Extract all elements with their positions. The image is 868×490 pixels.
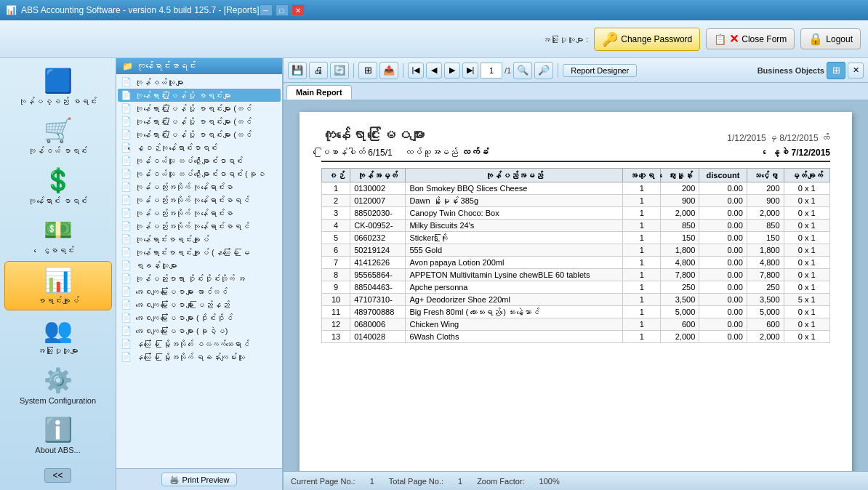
- tree-item[interactable]: 📄 ကုန်ပည်းအလိုက် ကုန်ရောင်းစာ: [118, 206, 281, 220]
- doc-icon: 📄: [121, 300, 132, 310]
- sidebar-item-reports[interactable]: 📊 စာရင်းချုပ်: [4, 261, 112, 310]
- tree-item[interactable]: 📄 ကုန်ဝယ်သူ တပ်ဦးချောင်းစာရင်း: [118, 154, 281, 167]
- cell-remark: 0 x 1: [784, 331, 829, 343]
- sidebar-item-inventory[interactable]: 🟦 ကုန်ပစ္စည်း စာရင်း: [4, 63, 112, 111]
- tree-panel-header: 📁 ကုန်ရောင်းစာရင်း: [116, 58, 282, 74]
- cell-remark: 0 x 1: [784, 257, 829, 269]
- cell-name: Ag+ Deodorizer Shoe 220ml: [406, 294, 623, 306]
- cell-qty: 1: [623, 232, 661, 244]
- key-icon: 🔑: [602, 31, 618, 47]
- close-form-button[interactable]: 📋 ✕ Close Form: [706, 28, 795, 49]
- export-button[interactable]: 📤: [379, 62, 398, 79]
- first-page-button[interactable]: |◀: [408, 63, 424, 79]
- tree-item[interactable]: 📄 ကုန်ဝယ်သူ တပ်ဦးချောင်းစာရင်း (ခုစ: [118, 167, 281, 180]
- doc-icon: 📄: [121, 169, 132, 179]
- table-row: 3 88502030- Canopy Twin Choco: Box 1 2,0…: [322, 207, 830, 220]
- prev-page-button[interactable]: ◀: [426, 63, 442, 79]
- tree-item[interactable]: 📄 ကုန်ရောင်းစာရင်းချုပ် (နယ်မြေ မြ: [118, 246, 281, 259]
- cell-price: 150: [661, 232, 699, 244]
- zoom-button[interactable]: 🔎: [534, 62, 553, 79]
- tree-item[interactable]: 📄 အဝေးကျမ်းပြေစာများ (ခုစဲ့ပ): [118, 324, 281, 337]
- cell-no: 10: [322, 294, 350, 306]
- tree-item[interactable]: 📄 ကုန်ပည်းအလိုက် ကုန်ရောင်းစာရင်: [118, 193, 281, 206]
- sidebar-item-users[interactable]: 👥 အသုံးပြုသူများ: [4, 312, 112, 360]
- tree-item[interactable]: 📄 ရခန်းသူများ: [118, 259, 281, 272]
- change-password-label: Change Password: [621, 34, 692, 44]
- collapse-button[interactable]: <<: [44, 468, 71, 483]
- tree-item[interactable]: 📄 ကုန်ရောင်း/ပြန်ပို့ စာရင်းများ (တင်: [118, 102, 281, 115]
- table-row: 10 47107310- Ag+ Deodorizer Shoe 220ml 1…: [322, 294, 830, 306]
- page-number-input[interactable]: [481, 63, 502, 79]
- total-pages: /1: [505, 66, 511, 75]
- grid-view-button[interactable]: ⊞: [358, 62, 377, 79]
- bo-icon-button[interactable]: ⊞: [827, 62, 845, 79]
- search-button[interactable]: 🔍: [513, 62, 532, 79]
- tree-item[interactable]: 📄 ကုန်ပည်းစာရာ ဝိုင်းဝိုင်းလိုက် အ: [118, 272, 281, 285]
- close-window-button[interactable]: ✕: [292, 4, 305, 16]
- title-text: ABS Accounting Software - version 4.5 bu…: [21, 5, 260, 15]
- report-page: ကုန်ရောင်းမြေပများ 1/12/2015 မှ 8/12/201…: [300, 112, 852, 471]
- cell-qty: 1: [623, 306, 661, 318]
- sidebar-item-purchase[interactable]: 🛒 ကုန်ဝယ် စာရင်း: [4, 112, 112, 160]
- designer-label: Report Designer: [571, 66, 629, 75]
- minimize-button[interactable]: ─: [260, 4, 273, 16]
- cell-discount: 0.00: [699, 281, 747, 294]
- cell-discount: 0.00: [699, 244, 747, 257]
- cell-remark: 0 x 1: [784, 269, 829, 281]
- last-page-button[interactable]: ▶|: [462, 63, 478, 79]
- tree-item[interactable]: 📄 နယ်မြေ မြို့အလိုက် ရခန်းကျမ်းသူ: [118, 350, 281, 364]
- cell-code: CK-00952-: [350, 220, 406, 232]
- tree-item[interactable]: 📄 ကုန်ပည်းအလိုက် ကုန်ရောင်းစာရင်: [118, 220, 281, 233]
- sidebar: 🟦 ကုန်ပစ္စည်း စာရင်း 🛒 ကုန်ဝယ် စာရင်း 💲 …: [0, 58, 116, 490]
- refresh-report-button[interactable]: 🔄: [330, 62, 349, 79]
- col-code: ကုန်အမှတ်: [350, 169, 406, 182]
- tree-item[interactable]: 📄 နေ့စဉ်ကုန်ရောင်းစာရင်း: [118, 141, 281, 154]
- tree-item[interactable]: 📄 နယ်မြေ မြို့အလိုက် ဝေလကက်ဆရောင်: [118, 337, 281, 350]
- cell-discount: 0.00: [699, 306, 747, 318]
- tree-item[interactable]: 📄 ကုန်ရောင်းစာရင်းချုပ်: [118, 233, 281, 246]
- tree-item[interactable]: 📄 ကုန်ရောင်း/ပြန်ပို့ စာရင်းများ (တင်: [118, 128, 281, 141]
- doc-icon: 📄: [121, 142, 132, 153]
- sidebar-item-cash[interactable]: 💵 ငွေစာရင်း: [4, 212, 112, 260]
- next-page-button[interactable]: ▶: [444, 63, 460, 79]
- tree-item[interactable]: 📄 ကုန်ပည်းအလိုက် ကုန်ရောင်းစာ: [118, 180, 281, 193]
- print-report-button[interactable]: 🖨: [309, 62, 328, 79]
- tree-item[interactable]: 📄 အဝေးကျမ်းပြေစာများ ပြည်နည်: [118, 298, 281, 311]
- cell-name: Apche personna: [406, 281, 623, 294]
- cell-remark: 0 x 1: [784, 244, 829, 257]
- cell-discount: 0.00: [699, 232, 747, 244]
- cell-amount: 900: [747, 195, 784, 207]
- tree-item[interactable]: 📄 ကုန်ဝယ်သူများ: [118, 76, 281, 89]
- tree-item[interactable]: 📄 အဝေးကျမ်းပြေစာများ (ဝိုင်းဝိုင်: [118, 311, 281, 324]
- report-designer-button[interactable]: Report Designer: [563, 64, 637, 77]
- bo-close-button[interactable]: ✕: [848, 63, 864, 79]
- doc-icon: 📄: [121, 77, 132, 87]
- print-preview-button[interactable]: 🖨️ Print Preview: [161, 473, 238, 486]
- sidebar-item-about[interactable]: ℹ️ About ABS...: [4, 411, 112, 459]
- cell-no: 11: [322, 306, 350, 318]
- doc-icon: 📄: [121, 247, 132, 257]
- tree-item[interactable]: 📄 ကုန်ရောင်း/ပြန်ပို့ စာရင်းများ: [118, 89, 281, 102]
- doc-icon: 📄: [121, 195, 132, 205]
- cell-price: 2,000: [661, 207, 699, 220]
- doc-icon: 📄: [121, 326, 132, 336]
- doc-icon: 📄: [121, 103, 132, 113]
- date-label: နေ့စဲ: [771, 148, 791, 158]
- doc-icon: 📄: [121, 273, 132, 284]
- tab-main-report[interactable]: Main Report: [286, 85, 352, 100]
- cube-icon: 🟦: [44, 67, 73, 95]
- cell-name: Stickers ကြိုး: [406, 232, 623, 244]
- change-password-button[interactable]: 🔑 Change Password: [594, 28, 700, 51]
- tree-item[interactable]: 📄 အဝေးကျမ်းပြေစာများ အောင်လင်: [118, 285, 281, 298]
- col-discount: discount: [699, 169, 747, 182]
- cell-remark: 0 x 1: [784, 182, 829, 195]
- sidebar-item-config[interactable]: ⚙️ System Configuration: [4, 362, 112, 410]
- maximize-button[interactable]: □: [276, 4, 289, 16]
- tree-item[interactable]: 📄 ကုန်ရောင်း/ပြန်ပို့ စာရင်းများ (တင်: [118, 115, 281, 128]
- report-content[interactable]: ကုန်ရောင်းမြေပများ 1/12/2015 မှ 8/12/201…: [284, 100, 868, 471]
- top-toolbar: အသုံးပြုသူများ : 🔑 Change Password 📋 ✕ C…: [0, 20, 868, 58]
- logout-button[interactable]: 🔒 Logout: [800, 28, 861, 49]
- sidebar-item-sales[interactable]: 💲 ကုန်ရောင်း စာရင်း: [4, 162, 112, 210]
- cell-amount: 5,000: [747, 306, 784, 318]
- save-report-button[interactable]: 💾: [288, 62, 307, 79]
